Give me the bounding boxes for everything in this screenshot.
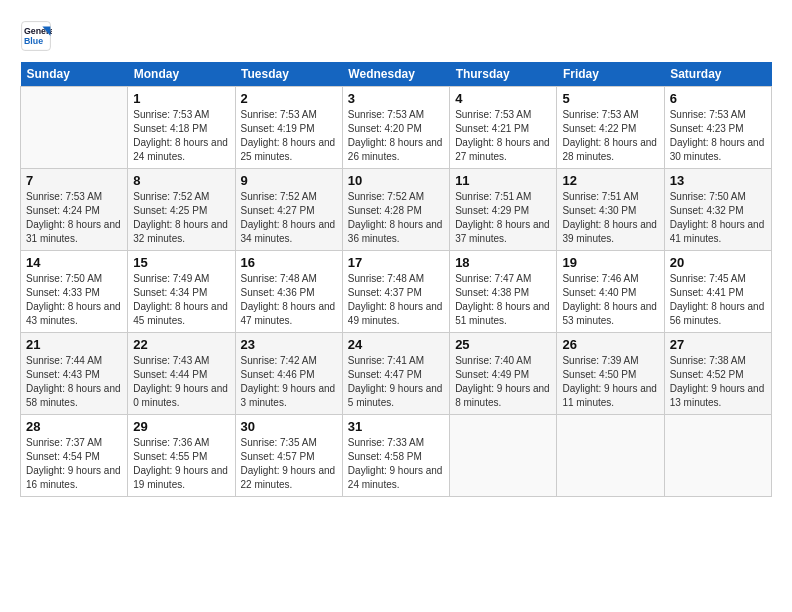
day-info: Sunrise: 7:51 AMSunset: 4:30 PMDaylight:… bbox=[562, 190, 658, 246]
day-info: Sunrise: 7:53 AMSunset: 4:23 PMDaylight:… bbox=[670, 108, 766, 164]
day-info: Sunrise: 7:52 AMSunset: 4:25 PMDaylight:… bbox=[133, 190, 229, 246]
day-number: 26 bbox=[562, 337, 658, 352]
day-number: 30 bbox=[241, 419, 337, 434]
day-info: Sunrise: 7:53 AMSunset: 4:19 PMDaylight:… bbox=[241, 108, 337, 164]
weekday-header-monday: Monday bbox=[128, 62, 235, 87]
calendar-cell: 3Sunrise: 7:53 AMSunset: 4:20 PMDaylight… bbox=[342, 87, 449, 169]
calendar-cell: 28Sunrise: 7:37 AMSunset: 4:54 PMDayligh… bbox=[21, 415, 128, 497]
day-number: 5 bbox=[562, 91, 658, 106]
calendar-cell: 20Sunrise: 7:45 AMSunset: 4:41 PMDayligh… bbox=[664, 251, 771, 333]
day-number: 23 bbox=[241, 337, 337, 352]
day-number: 20 bbox=[670, 255, 766, 270]
day-info: Sunrise: 7:33 AMSunset: 4:58 PMDaylight:… bbox=[348, 436, 444, 492]
day-info: Sunrise: 7:53 AMSunset: 4:21 PMDaylight:… bbox=[455, 108, 551, 164]
day-number: 25 bbox=[455, 337, 551, 352]
day-number: 29 bbox=[133, 419, 229, 434]
calendar-cell: 10Sunrise: 7:52 AMSunset: 4:28 PMDayligh… bbox=[342, 169, 449, 251]
day-info: Sunrise: 7:42 AMSunset: 4:46 PMDaylight:… bbox=[241, 354, 337, 410]
calendar-cell: 2Sunrise: 7:53 AMSunset: 4:19 PMDaylight… bbox=[235, 87, 342, 169]
day-number: 21 bbox=[26, 337, 122, 352]
weekday-header-wednesday: Wednesday bbox=[342, 62, 449, 87]
day-number: 31 bbox=[348, 419, 444, 434]
day-info: Sunrise: 7:36 AMSunset: 4:55 PMDaylight:… bbox=[133, 436, 229, 492]
day-number: 17 bbox=[348, 255, 444, 270]
day-number: 11 bbox=[455, 173, 551, 188]
calendar-cell: 23Sunrise: 7:42 AMSunset: 4:46 PMDayligh… bbox=[235, 333, 342, 415]
day-info: Sunrise: 7:53 AMSunset: 4:22 PMDaylight:… bbox=[562, 108, 658, 164]
calendar-cell: 1Sunrise: 7:53 AMSunset: 4:18 PMDaylight… bbox=[128, 87, 235, 169]
day-number: 15 bbox=[133, 255, 229, 270]
day-info: Sunrise: 7:48 AMSunset: 4:36 PMDaylight:… bbox=[241, 272, 337, 328]
weekday-header-row: SundayMondayTuesdayWednesdayThursdayFrid… bbox=[21, 62, 772, 87]
calendar-cell bbox=[21, 87, 128, 169]
calendar-cell: 4Sunrise: 7:53 AMSunset: 4:21 PMDaylight… bbox=[450, 87, 557, 169]
page: General Blue SundayMondayTuesdayWednesda… bbox=[0, 0, 792, 507]
calendar-cell: 7Sunrise: 7:53 AMSunset: 4:24 PMDaylight… bbox=[21, 169, 128, 251]
day-info: Sunrise: 7:51 AMSunset: 4:29 PMDaylight:… bbox=[455, 190, 551, 246]
day-number: 3 bbox=[348, 91, 444, 106]
day-number: 18 bbox=[455, 255, 551, 270]
day-info: Sunrise: 7:50 AMSunset: 4:32 PMDaylight:… bbox=[670, 190, 766, 246]
calendar-cell: 24Sunrise: 7:41 AMSunset: 4:47 PMDayligh… bbox=[342, 333, 449, 415]
weekday-header-tuesday: Tuesday bbox=[235, 62, 342, 87]
day-number: 1 bbox=[133, 91, 229, 106]
day-info: Sunrise: 7:53 AMSunset: 4:20 PMDaylight:… bbox=[348, 108, 444, 164]
calendar-cell: 27Sunrise: 7:38 AMSunset: 4:52 PMDayligh… bbox=[664, 333, 771, 415]
day-number: 14 bbox=[26, 255, 122, 270]
weekday-header-friday: Friday bbox=[557, 62, 664, 87]
day-info: Sunrise: 7:53 AMSunset: 4:24 PMDaylight:… bbox=[26, 190, 122, 246]
day-info: Sunrise: 7:44 AMSunset: 4:43 PMDaylight:… bbox=[26, 354, 122, 410]
calendar-cell: 16Sunrise: 7:48 AMSunset: 4:36 PMDayligh… bbox=[235, 251, 342, 333]
calendar-cell: 8Sunrise: 7:52 AMSunset: 4:25 PMDaylight… bbox=[128, 169, 235, 251]
day-info: Sunrise: 7:46 AMSunset: 4:40 PMDaylight:… bbox=[562, 272, 658, 328]
day-number: 27 bbox=[670, 337, 766, 352]
calendar-cell: 6Sunrise: 7:53 AMSunset: 4:23 PMDaylight… bbox=[664, 87, 771, 169]
day-info: Sunrise: 7:39 AMSunset: 4:50 PMDaylight:… bbox=[562, 354, 658, 410]
day-info: Sunrise: 7:37 AMSunset: 4:54 PMDaylight:… bbox=[26, 436, 122, 492]
calendar-cell: 18Sunrise: 7:47 AMSunset: 4:38 PMDayligh… bbox=[450, 251, 557, 333]
calendar-cell: 17Sunrise: 7:48 AMSunset: 4:37 PMDayligh… bbox=[342, 251, 449, 333]
day-info: Sunrise: 7:48 AMSunset: 4:37 PMDaylight:… bbox=[348, 272, 444, 328]
calendar-week-1: 1Sunrise: 7:53 AMSunset: 4:18 PMDaylight… bbox=[21, 87, 772, 169]
day-info: Sunrise: 7:53 AMSunset: 4:18 PMDaylight:… bbox=[133, 108, 229, 164]
calendar-cell: 14Sunrise: 7:50 AMSunset: 4:33 PMDayligh… bbox=[21, 251, 128, 333]
calendar-week-5: 28Sunrise: 7:37 AMSunset: 4:54 PMDayligh… bbox=[21, 415, 772, 497]
calendar-cell: 25Sunrise: 7:40 AMSunset: 4:49 PMDayligh… bbox=[450, 333, 557, 415]
calendar-cell: 15Sunrise: 7:49 AMSunset: 4:34 PMDayligh… bbox=[128, 251, 235, 333]
day-info: Sunrise: 7:50 AMSunset: 4:33 PMDaylight:… bbox=[26, 272, 122, 328]
calendar-cell: 11Sunrise: 7:51 AMSunset: 4:29 PMDayligh… bbox=[450, 169, 557, 251]
calendar-week-3: 14Sunrise: 7:50 AMSunset: 4:33 PMDayligh… bbox=[21, 251, 772, 333]
calendar-cell: 30Sunrise: 7:35 AMSunset: 4:57 PMDayligh… bbox=[235, 415, 342, 497]
calendar-week-2: 7Sunrise: 7:53 AMSunset: 4:24 PMDaylight… bbox=[21, 169, 772, 251]
weekday-header-sunday: Sunday bbox=[21, 62, 128, 87]
day-number: 8 bbox=[133, 173, 229, 188]
calendar-cell: 22Sunrise: 7:43 AMSunset: 4:44 PMDayligh… bbox=[128, 333, 235, 415]
calendar-cell: 21Sunrise: 7:44 AMSunset: 4:43 PMDayligh… bbox=[21, 333, 128, 415]
day-info: Sunrise: 7:47 AMSunset: 4:38 PMDaylight:… bbox=[455, 272, 551, 328]
day-info: Sunrise: 7:40 AMSunset: 4:49 PMDaylight:… bbox=[455, 354, 551, 410]
calendar-cell: 19Sunrise: 7:46 AMSunset: 4:40 PMDayligh… bbox=[557, 251, 664, 333]
calendar-cell: 5Sunrise: 7:53 AMSunset: 4:22 PMDaylight… bbox=[557, 87, 664, 169]
calendar-week-4: 21Sunrise: 7:44 AMSunset: 4:43 PMDayligh… bbox=[21, 333, 772, 415]
day-number: 12 bbox=[562, 173, 658, 188]
calendar-cell bbox=[664, 415, 771, 497]
day-number: 6 bbox=[670, 91, 766, 106]
day-info: Sunrise: 7:41 AMSunset: 4:47 PMDaylight:… bbox=[348, 354, 444, 410]
day-number: 13 bbox=[670, 173, 766, 188]
day-info: Sunrise: 7:35 AMSunset: 4:57 PMDaylight:… bbox=[241, 436, 337, 492]
day-number: 2 bbox=[241, 91, 337, 106]
day-info: Sunrise: 7:45 AMSunset: 4:41 PMDaylight:… bbox=[670, 272, 766, 328]
logo: General Blue bbox=[20, 20, 56, 52]
calendar-cell: 29Sunrise: 7:36 AMSunset: 4:55 PMDayligh… bbox=[128, 415, 235, 497]
day-number: 28 bbox=[26, 419, 122, 434]
calendar-cell bbox=[450, 415, 557, 497]
day-number: 24 bbox=[348, 337, 444, 352]
day-number: 9 bbox=[241, 173, 337, 188]
weekday-header-thursday: Thursday bbox=[450, 62, 557, 87]
calendar-cell: 31Sunrise: 7:33 AMSunset: 4:58 PMDayligh… bbox=[342, 415, 449, 497]
calendar: SundayMondayTuesdayWednesdayThursdayFrid… bbox=[20, 62, 772, 497]
day-number: 7 bbox=[26, 173, 122, 188]
weekday-header-saturday: Saturday bbox=[664, 62, 771, 87]
day-info: Sunrise: 7:49 AMSunset: 4:34 PMDaylight:… bbox=[133, 272, 229, 328]
calendar-cell bbox=[557, 415, 664, 497]
